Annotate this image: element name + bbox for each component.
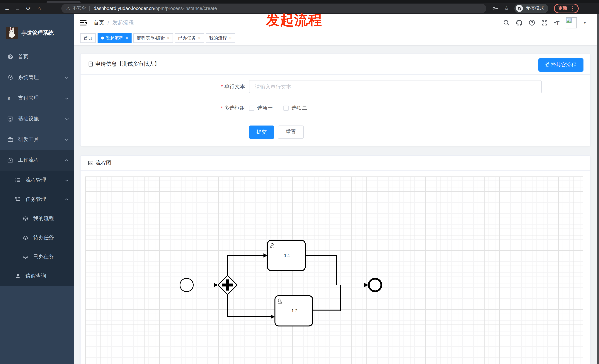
checkbox-option-1[interactable]: 选项一	[249, 105, 273, 111]
reload-icon[interactable]: ⟳	[25, 5, 32, 12]
tab-label: 流程表单-编辑	[137, 35, 165, 41]
navbar-right-icons: TT ▼	[503, 17, 586, 28]
start-event[interactable]	[180, 278, 193, 292]
sidebar-item-label: 工作流程	[18, 157, 65, 163]
user-task-1-1[interactable]: 1.1	[268, 240, 305, 271]
app-frame: 芋道管理系统 首页 系统管理	[0, 14, 599, 364]
bpmn-canvas[interactable]: 1.1 1.2	[85, 177, 583, 364]
chrome-right-controls: ☆ 无痕模式 更新 ⋮	[492, 3, 579, 13]
chevron-up-icon	[65, 159, 69, 161]
apply-info-card-header: 申请信息【测试多审批人】	[80, 54, 590, 75]
browser-menu-icon[interactable]: ⋮	[570, 6, 575, 11]
tab-form-edit[interactable]: 流程表单-编辑 ×	[133, 33, 173, 43]
sidebar-item-workflow[interactable]: 工作流程	[0, 150, 74, 170]
sidebar-menu: 首页 系统管理 ¥ 支付管理	[0, 47, 74, 286]
tab-label: 首页	[84, 35, 92, 41]
parallel-gateway[interactable]	[218, 275, 237, 295]
tab-close-icon[interactable]: ×	[198, 35, 201, 41]
tab-my-process[interactable]: 我的流程 ×	[206, 33, 235, 43]
toolbox-icon	[7, 137, 16, 143]
sidebar-item-label: 任务管理	[26, 196, 65, 203]
gear-icon	[7, 75, 16, 80]
sidebar-item-label: 首页	[18, 53, 69, 60]
monitor-icon	[7, 116, 16, 122]
sidebar-item-home[interactable]: 首页	[0, 47, 74, 67]
help-icon[interactable]	[529, 20, 535, 26]
browser-chrome: ← → ⟳ ⌂ ⚠ 不安全 dashboard.yudao.iocoder.cn…	[0, 0, 599, 14]
apply-info-card: 申请信息【测试多审批人】 选择其它流程 *单行文本 *多选框组 选项一	[80, 53, 590, 146]
bookmark-star-icon[interactable]: ☆	[504, 5, 509, 12]
sidebar-item-payment[interactable]: ¥ 支付管理	[0, 88, 74, 109]
sidebar-item-done-tasks[interactable]: 已办任务	[0, 247, 74, 267]
avatar-caret-down-icon[interactable]: ▼	[583, 21, 586, 25]
checkbox-icon[interactable]	[283, 106, 289, 111]
sidebar-item-my-process[interactable]: 我的流程	[0, 209, 74, 228]
sidebar-item-label: 请假查询	[26, 273, 69, 279]
flow-diagram-card: 流程图	[80, 155, 590, 364]
tab-home[interactable]: 首页	[80, 33, 96, 43]
single-line-text-input[interactable]	[249, 80, 542, 93]
sidebar-logo[interactable]: 芋道管理系统	[0, 14, 74, 47]
sidebar-item-label: 已办任务	[33, 254, 69, 260]
back-icon[interactable]: ←	[4, 5, 10, 11]
text-field-row: *单行文本	[80, 80, 590, 93]
tab-close-icon[interactable]: ×	[167, 35, 170, 41]
not-secure-warning-icon: ⚠	[66, 6, 70, 11]
fullscreen-icon[interactable]	[542, 20, 548, 26]
incognito-icon	[516, 5, 523, 12]
choose-other-process-button[interactable]: 选择其它流程	[538, 58, 583, 72]
forward-icon[interactable]: →	[14, 5, 21, 11]
tab-start-process[interactable]: 发起流程 ×	[97, 33, 132, 43]
tab-close-icon[interactable]: ×	[126, 35, 128, 41]
breadcrumb-home[interactable]: 首页	[94, 19, 104, 26]
tab-close-icon[interactable]: ×	[229, 35, 232, 41]
active-browser-tab[interactable]	[47, 1, 80, 3]
omnibox-divider	[90, 6, 90, 11]
eye-icon	[23, 235, 31, 241]
sidebar-item-process-mgmt[interactable]: 流程管理	[0, 170, 74, 190]
page-scrollbar[interactable]	[597, 14, 599, 364]
search-icon[interactable]	[503, 20, 510, 26]
user-task-1-2[interactable]: 1.2	[275, 296, 313, 326]
chevron-up-icon	[65, 198, 69, 201]
list-icon	[15, 177, 24, 183]
incognito-label: 无痕模式	[526, 5, 544, 11]
tab-done-tasks[interactable]: 已办任务 ×	[175, 33, 204, 43]
breadcrumb-current: 发起流程	[112, 19, 134, 26]
sidebar-item-leave-query[interactable]: 请假查询	[0, 267, 74, 286]
sidebar-collapse-icon[interactable]	[80, 20, 87, 26]
face-icon	[23, 216, 31, 221]
form-actions-row: 提交 重置	[80, 126, 590, 139]
sidebar-item-todo-tasks[interactable]: 待办任务	[0, 228, 74, 247]
flow-icon	[15, 196, 24, 202]
password-key-icon[interactable]	[492, 5, 499, 11]
tags-view-bar: 首页 发起流程 × 流程表单-编辑 × 已办任务 × 我的流程 ×	[74, 31, 599, 45]
sidebar-item-label: 待办任务	[33, 234, 69, 241]
checkbox-icon[interactable]	[249, 106, 254, 111]
url-path: /bpm/process-instance/create	[154, 6, 217, 11]
browser-toolbar: ← → ⟳ ⌂ ⚠ 不安全 dashboard.yudao.iocoder.cn…	[0, 3, 599, 14]
sidebar-item-infra[interactable]: 基础设施	[0, 109, 74, 129]
url-bar[interactable]: ⚠ 不安全 dashboard.yudao.iocoder.cn /bpm/pr…	[61, 3, 486, 13]
browser-update-button[interactable]: 更新 ⋮	[554, 3, 579, 13]
sidebar-item-task-mgmt[interactable]: 任务管理	[0, 190, 74, 209]
active-tab-dot	[101, 37, 104, 40]
home-icon[interactable]: ⌂	[36, 5, 43, 11]
font-size-icon[interactable]: TT	[554, 20, 559, 26]
tab-strip	[0, 0, 599, 3]
task-label: 1.2	[291, 308, 298, 313]
end-event[interactable]	[369, 279, 381, 291]
reset-button[interactable]: 重置	[278, 126, 304, 139]
checkbox-option-2[interactable]: 选项二	[283, 105, 307, 111]
sidebar-item-label: 支付管理	[18, 95, 65, 102]
avatar[interactable]	[566, 17, 577, 28]
sidebar-item-devtools[interactable]: 研发工具	[0, 129, 74, 150]
sidebar-item-system[interactable]: 系统管理	[0, 67, 74, 88]
github-icon[interactable]	[516, 19, 523, 26]
url-domain: dashboard.yudao.iocoder.cn	[94, 6, 154, 11]
breadcrumb-separator: /	[107, 20, 109, 26]
broken-image-icon	[566, 17, 573, 23]
submit-button[interactable]: 提交	[249, 126, 274, 139]
not-secure-label[interactable]: 不安全	[72, 5, 86, 11]
update-label: 更新	[558, 5, 567, 11]
